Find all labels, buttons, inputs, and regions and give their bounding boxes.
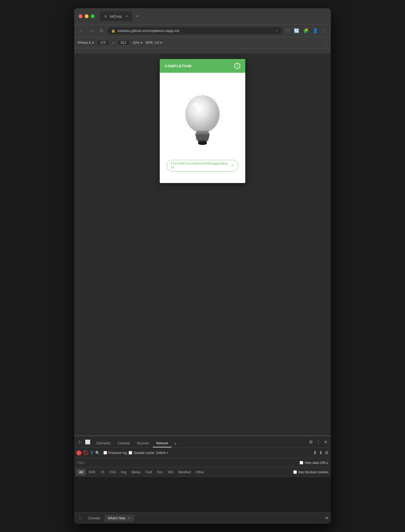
whats-new-label: What's New: [108, 516, 126, 520]
devtools-tab-bar: ⊹ ⬜ Elements Console Sources Network » ⚙…: [74, 436, 331, 448]
back-button[interactable]: ←: [78, 27, 85, 35]
filter-ws-button[interactable]: WS: [166, 469, 175, 475]
tab-bar: ⚛ IotCorp. ✕ +: [100, 11, 141, 21]
disable-cache-label[interactable]: Disable cache: [129, 451, 154, 455]
hide-data-urls-checkbox[interactable]: [300, 461, 303, 464]
dpr-selector[interactable]: DPR: 3.0 ▾: [146, 41, 162, 45]
browser-menu-button[interactable]: ⋮: [321, 27, 327, 34]
width-input[interactable]: [97, 40, 109, 45]
devtools-more-button[interactable]: ⋮: [315, 439, 322, 445]
throttling-label: Online: [156, 451, 166, 455]
traffic-lights: [79, 14, 95, 18]
search-button[interactable]: 🔍: [95, 451, 100, 455]
device-mode-button[interactable]: ⬜: [84, 439, 92, 445]
dimension-separator: x: [113, 41, 114, 45]
filter-xhr-button[interactable]: XHR: [86, 469, 97, 475]
has-blocked-cookies-text: Has blocked cookies: [298, 470, 329, 474]
filter-doc-button[interactable]: Doc: [155, 469, 165, 475]
preserve-log-label[interactable]: Preserve log: [103, 451, 127, 455]
star-icon: ☆: [275, 29, 278, 33]
has-blocked-cookies-checkbox[interactable]: [293, 470, 297, 474]
devtools-right-icons: ⚙ ⋮ ✕: [308, 439, 329, 447]
sync-icon[interactable]: 🔄: [293, 27, 300, 34]
browser-window: ⚛ IotCorp. ✕ + ← → ↻ 🔒 edukera.github.io…: [74, 8, 331, 524]
extensions-icon[interactable]: 🧩: [302, 27, 310, 34]
device-selector[interactable]: iPhone X ▾: [78, 41, 94, 45]
devtools-settings-button[interactable]: ⚙: [308, 439, 314, 445]
address-actions: 🛡 🔄 🧩 👤 ⋮: [284, 27, 327, 34]
tab-elements[interactable]: Elements: [93, 440, 114, 447]
tab-console[interactable]: Console: [114, 440, 133, 447]
profile-icon[interactable]: 👤: [311, 27, 319, 34]
height-input[interactable]: [118, 40, 130, 45]
ruler-row: [74, 48, 331, 53]
filter-font-button[interactable]: Font: [143, 469, 154, 475]
network-toolbar: 🚫 ⊽ 🔍 Preserve log Disable cache Online …: [74, 448, 331, 458]
filter-toggle-button[interactable]: ⊽: [90, 450, 94, 455]
network-settings-button[interactable]: ⚙: [325, 450, 329, 455]
tab-network[interactable]: Network: [153, 440, 172, 447]
preserve-log-checkbox[interactable]: [103, 451, 107, 455]
brave-shield-icon[interactable]: 🛡: [284, 27, 291, 34]
wallet-address-field: KT1CxHBiCSvmXn9kXCbhPfdGDAggGG9ktQEX ✓: [167, 160, 238, 171]
filter-other-button[interactable]: Other: [193, 469, 206, 475]
disable-cache-checkbox[interactable]: [129, 451, 132, 455]
more-tabs-button[interactable]: »: [172, 440, 179, 447]
main-content: Completium ?: [74, 53, 331, 436]
app-body: KT1CxHBiCSvmXn9kXCbhPfdGDAggGG9ktQEX ✓: [160, 73, 245, 183]
filter-bar: Hide data URLs: [74, 458, 331, 467]
close-button[interactable]: [79, 14, 82, 18]
clear-button[interactable]: 🚫: [83, 450, 89, 455]
device-name: iPhone X: [78, 41, 91, 45]
throttling-chevron-icon: ▾: [167, 451, 168, 455]
filter-js-button[interactable]: JS: [98, 469, 106, 475]
whats-new-close-button[interactable]: ✕: [126, 516, 131, 521]
filter-all-button[interactable]: All: [76, 469, 86, 475]
zoom-selector[interactable]: 62% ▾: [133, 41, 142, 45]
phone-simulator: Completium ?: [160, 59, 245, 183]
url-text: edukera.github.io/completium-dapp-iot/: [118, 29, 273, 33]
reload-button[interactable]: ↻: [97, 27, 105, 35]
filter-input[interactable]: [77, 461, 297, 465]
element-picker-button[interactable]: ⊹: [76, 439, 82, 445]
address-bar: ← → ↻ 🔒 edukera.github.io/completium-dap…: [74, 24, 331, 37]
tab-sources[interactable]: Sources: [134, 440, 152, 447]
record-button[interactable]: [76, 450, 81, 455]
dpr-chevron-icon: ▾: [160, 41, 162, 45]
check-icon: ✓: [231, 163, 234, 168]
url-bar[interactable]: 🔒 edukera.github.io/completium-dapp-iot/…: [107, 27, 282, 34]
bottom-close-button[interactable]: ✕: [325, 515, 329, 521]
title-bar: ⚛ IotCorp. ✕ +: [74, 8, 331, 24]
filter-media-button[interactable]: Media: [129, 469, 143, 475]
app-title: Completium: [165, 64, 191, 68]
minimize-button[interactable]: [85, 14, 89, 18]
bottom-more-button[interactable]: ⋮: [76, 515, 84, 522]
resource-type-filters: All XHR JS CSS Img Media Font Doc WS Man…: [74, 467, 331, 477]
devtools-left-icons: ⊹ ⬜: [76, 439, 92, 447]
filter-manifest-button[interactable]: Manifest: [176, 469, 193, 475]
tab-favicon: ⚛: [104, 14, 108, 18]
ruler-more-button[interactable]: ⋮: [324, 41, 327, 45]
dpr-value: 3.0: [154, 41, 159, 45]
has-blocked-cookies-label[interactable]: Has blocked cookies: [293, 470, 329, 474]
wallet-address-text: KT1CxHBiCSvmXn9kXCbhPfdGDAggGG9ktQEX: [171, 162, 229, 170]
lightbulb-image: [178, 90, 227, 152]
lock-icon: 🔒: [111, 29, 115, 33]
maximize-button[interactable]: [91, 14, 95, 18]
tab-close-button[interactable]: ✕: [125, 14, 129, 19]
disable-cache-text: Disable cache: [134, 451, 154, 455]
bottom-tab-console[interactable]: Console: [85, 515, 103, 522]
import-har-button[interactable]: ⬆: [313, 450, 317, 455]
devtools-close-button[interactable]: ✕: [323, 439, 329, 445]
bottom-tab-whats-new[interactable]: What's New ✕: [105, 515, 135, 522]
hide-data-urls-label[interactable]: Hide data URLs: [300, 461, 328, 465]
throttling-selector[interactable]: Online ▾: [156, 451, 169, 455]
export-har-button[interactable]: ⬇: [319, 450, 323, 455]
dpr-label: DPR:: [146, 41, 154, 45]
new-tab-button[interactable]: +: [134, 12, 141, 20]
filter-img-button[interactable]: Img: [119, 469, 129, 475]
active-tab[interactable]: ⚛ IotCorp. ✕: [100, 11, 132, 21]
forward-button[interactable]: →: [87, 27, 95, 35]
filter-css-button[interactable]: CSS: [107, 469, 118, 475]
help-button[interactable]: ?: [234, 63, 240, 69]
